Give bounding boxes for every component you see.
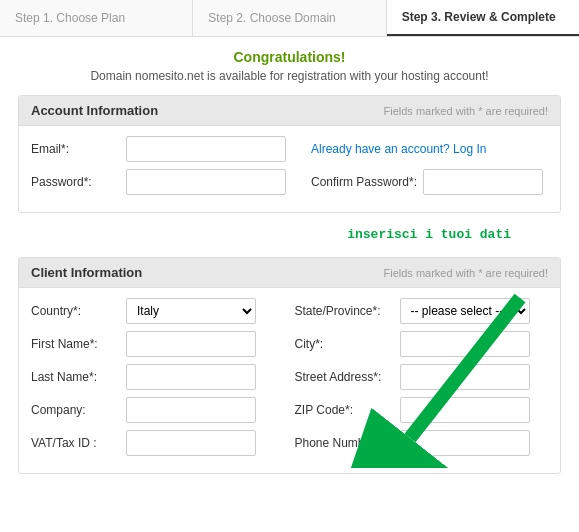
steps-header: Step 1. Choose Plan Step 2. Choose Domai…: [0, 0, 579, 37]
zip-label: ZIP Code*:: [295, 403, 400, 417]
country-label: Country*:: [31, 304, 126, 318]
country-select[interactable]: Italy United States United Kingdom: [126, 298, 256, 324]
client-col-right: State/Province*: -- please select -- Cit…: [295, 298, 549, 463]
email-row: Email*: Already have an account? Log In: [31, 136, 548, 162]
password-left: Password*:: [31, 169, 301, 195]
country-row: Country*: Italy United States United Kin…: [31, 298, 285, 324]
firstname-row: First Name*:: [31, 331, 285, 357]
phone-row: Phone Number*:: [295, 430, 549, 456]
annotation-area: inserisci i tuoi dati: [18, 227, 561, 257]
city-row: City*:: [295, 331, 549, 357]
password-right: Confirm Password*:: [311, 169, 548, 195]
state-label: State/Province*:: [295, 304, 400, 318]
account-section: Account Information Fields marked with *…: [18, 95, 561, 213]
firstname-label: First Name*:: [31, 337, 126, 351]
client-section: Client Information Fields marked with * …: [18, 257, 561, 474]
client-section-note: Fields marked with * are required!: [384, 267, 548, 279]
step1-label: Step 1. Choose Plan: [15, 11, 125, 25]
street-label: Street Address*:: [295, 370, 400, 384]
password-input[interactable]: [126, 169, 286, 195]
client-form-columns: Country*: Italy United States United Kin…: [31, 298, 548, 463]
zip-input[interactable]: [400, 397, 530, 423]
login-link[interactable]: Already have an account? Log In: [311, 142, 486, 156]
lastname-row: Last Name*:: [31, 364, 285, 390]
account-section-title: Account Information: [31, 103, 158, 118]
step3-tab[interactable]: Step 3. Review & Complete: [387, 0, 579, 36]
annotation-text: inserisci i tuoi dati: [347, 227, 511, 242]
account-section-header: Account Information Fields marked with *…: [19, 96, 560, 126]
congrats-title: Congratulations!: [18, 49, 561, 65]
city-input[interactable]: [400, 331, 530, 357]
account-section-body: Email*: Already have an account? Log In …: [19, 126, 560, 212]
vattax-row: VAT/Tax ID :: [31, 430, 285, 456]
company-label: Company:: [31, 403, 126, 417]
phone-input[interactable]: [400, 430, 530, 456]
email-input[interactable]: [126, 136, 286, 162]
step2-tab[interactable]: Step 2. Choose Domain: [193, 0, 386, 36]
client-section-header: Client Information Fields marked with * …: [19, 258, 560, 288]
street-row: Street Address*:: [295, 364, 549, 390]
client-col-left: Country*: Italy United States United Kin…: [31, 298, 285, 463]
confirm-password-input[interactable]: [423, 169, 543, 195]
step2-label: Step 2. Choose Domain: [208, 11, 335, 25]
vattax-input[interactable]: [126, 430, 256, 456]
congrats-block: Congratulations! Domain nomesito.net is …: [18, 49, 561, 83]
congrats-message: Domain nomesito.net is available for reg…: [18, 69, 561, 83]
step3-label: Step 3. Review & Complete: [402, 10, 556, 24]
lastname-input[interactable]: [126, 364, 256, 390]
client-section-body: Country*: Italy United States United Kin…: [19, 288, 560, 473]
email-label: Email*:: [31, 142, 126, 156]
account-section-note: Fields marked with * are required!: [384, 105, 548, 117]
step1-tab[interactable]: Step 1. Choose Plan: [0, 0, 193, 36]
state-row: State/Province*: -- please select --: [295, 298, 549, 324]
street-input[interactable]: [400, 364, 530, 390]
zip-row: ZIP Code*:: [295, 397, 549, 423]
password-row: Password*: Confirm Password*:: [31, 169, 548, 195]
firstname-input[interactable]: [126, 331, 256, 357]
email-right: Already have an account? Log In: [311, 142, 548, 156]
password-label: Password*:: [31, 175, 126, 189]
city-label: City*:: [295, 337, 400, 351]
client-section-title: Client Information: [31, 265, 142, 280]
vattax-label: VAT/Tax ID :: [31, 436, 126, 450]
company-row: Company:: [31, 397, 285, 423]
state-select[interactable]: -- please select --: [400, 298, 530, 324]
main-content: Congratulations! Domain nomesito.net is …: [0, 37, 579, 500]
page-wrapper: Step 1. Choose Plan Step 2. Choose Domai…: [0, 0, 579, 500]
confirm-password-label: Confirm Password*:: [311, 175, 417, 189]
company-input[interactable]: [126, 397, 256, 423]
phone-label: Phone Number*:: [295, 436, 400, 450]
lastname-label: Last Name*:: [31, 370, 126, 384]
email-left: Email*:: [31, 136, 301, 162]
